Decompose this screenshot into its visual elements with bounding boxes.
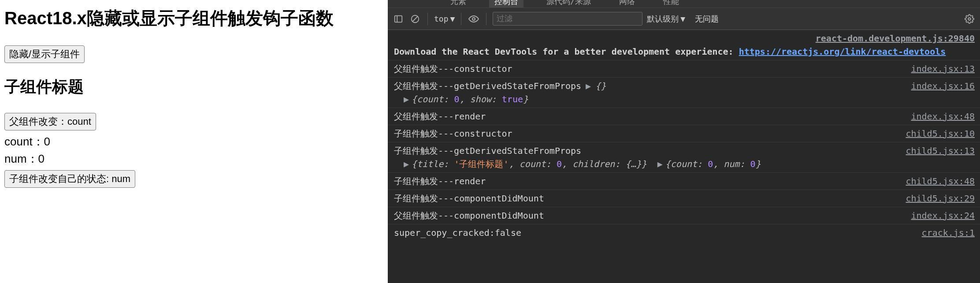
console-message: 子组件触发---getDerivedStateFromProps▶{title:… (388, 142, 980, 172)
console-message: react-dom.development.js:29840Download t… (388, 30, 980, 60)
source-link[interactable]: child5.jsx:48 (906, 175, 975, 188)
tab-performance[interactable]: 性能 (658, 0, 684, 7)
source-link[interactable]: crack.js:1 (922, 226, 975, 239)
tab-elements[interactable]: 元素 (445, 0, 471, 7)
console-message: 父组件触发---constructorindex.jsx:13 (388, 60, 980, 77)
settings-icon[interactable] (963, 13, 976, 25)
levels-label: 默认级别 (647, 14, 679, 24)
issues-status: 无问题 (695, 14, 719, 24)
console-messages[interactable]: react-dom.development.js:29840Download t… (388, 30, 980, 283)
svg-point-5 (968, 18, 971, 20)
message-content: 子组件触发---componentDidMount (394, 192, 897, 205)
expand-caret-icon[interactable]: ▶ (657, 157, 663, 171)
devtools-tabs: 元素 控制台 源代码/来源 网络 性能 (388, 0, 980, 8)
svg-line-3 (413, 16, 418, 21)
parent-change-count-button[interactable]: 父组件改变：count (4, 113, 96, 130)
message-content: 父组件触发---getDerivedStateFromProps▶{}▶{cou… (394, 79, 902, 106)
source-link[interactable]: child5.jsx:29 (906, 192, 975, 205)
message-content: 父组件触发---constructor (394, 62, 902, 75)
live-expression-icon[interactable] (468, 13, 480, 25)
console-message: 父组件触发---getDerivedStateFromProps▶{}▶{cou… (388, 77, 980, 108)
source-link[interactable]: index.jsx:24 (911, 209, 975, 222)
page-title: React18.x隐藏或显示子组件触发钩子函数 (4, 6, 383, 30)
log-levels-dropdown[interactable]: 默认级别 ▼ (647, 14, 685, 24)
browser-page: React18.x隐藏或显示子组件触发钩子函数 隐藏/显示子组件 子组件标题 父… (0, 0, 388, 283)
expand-caret-icon[interactable]: ▶ (404, 93, 409, 106)
message-content: react-dom.development.js:29840Download t… (394, 32, 975, 58)
source-link[interactable]: child5.jsx:13 (906, 144, 975, 171)
separator (486, 13, 486, 25)
source-link[interactable]: index.jsx:48 (911, 110, 975, 123)
message-content: 父组件触发---render (394, 110, 902, 123)
message-content: 子组件触发---render (394, 175, 897, 188)
context-dropdown[interactable]: top ▼ (434, 14, 455, 23)
source-link[interactable]: index.jsx:16 (911, 79, 975, 106)
tab-console[interactable]: 控制台 (489, 0, 523, 7)
separator (461, 13, 461, 25)
message-content: 子组件触发---getDerivedStateFromProps▶{title:… (394, 144, 897, 171)
tab-sources[interactable]: 源代码/来源 (541, 0, 596, 7)
devtools-panel: 元素 控制台 源代码/来源 网络 性能 top ▼ 默认级别 ▼ 无问题 (388, 0, 980, 283)
source-link[interactable]: child5.jsx:10 (906, 127, 975, 140)
source-link[interactable]: index.jsx:13 (911, 62, 975, 75)
svg-point-4 (472, 18, 475, 20)
child-title: 子组件标题 (4, 76, 383, 98)
message-content: 父组件触发---componentDidMount (394, 209, 902, 222)
console-message: 子组件触发---renderchild5.jsx:48 (388, 172, 980, 190)
filter-input[interactable] (493, 12, 642, 26)
toggle-child-button[interactable]: 隐藏/显示子组件 (4, 45, 85, 63)
toggle-sidebar-icon[interactable] (392, 13, 405, 25)
message-content: 子组件触发---constructor (394, 127, 897, 140)
tab-network[interactable]: 网络 (614, 0, 640, 7)
console-message: 子组件触发---componentDidMountchild5.jsx:29 (388, 190, 980, 207)
chevron-down-icon: ▼ (680, 14, 685, 23)
count-value: count：0 (4, 134, 383, 149)
console-toolbar: top ▼ 默认级别 ▼ 无问题 (388, 8, 980, 30)
svg-rect-0 (395, 15, 402, 22)
expand-caret-icon[interactable]: ▶ (404, 157, 409, 171)
console-message: 父组件触发---componentDidMountindex.jsx:24 (388, 207, 980, 224)
child-change-num-button[interactable]: 子组件改变自己的状态: num (4, 170, 135, 188)
context-label: top (434, 14, 449, 23)
console-message: 子组件触发---constructorchild5.jsx:10 (388, 125, 980, 142)
expand-caret-icon[interactable]: ▶ (586, 79, 591, 93)
clear-console-icon[interactable] (409, 13, 421, 25)
console-message: super_copy_cracked:falsecrack.js:1 (388, 224, 980, 241)
chevron-down-icon: ▼ (450, 14, 455, 23)
num-value: num：0 (4, 151, 383, 167)
message-content: super_copy_cracked:false (394, 226, 913, 239)
source-link[interactable]: react-dom.development.js:29840 (816, 33, 975, 44)
separator (427, 13, 428, 25)
console-message: 父组件触发---renderindex.jsx:48 (388, 108, 980, 125)
